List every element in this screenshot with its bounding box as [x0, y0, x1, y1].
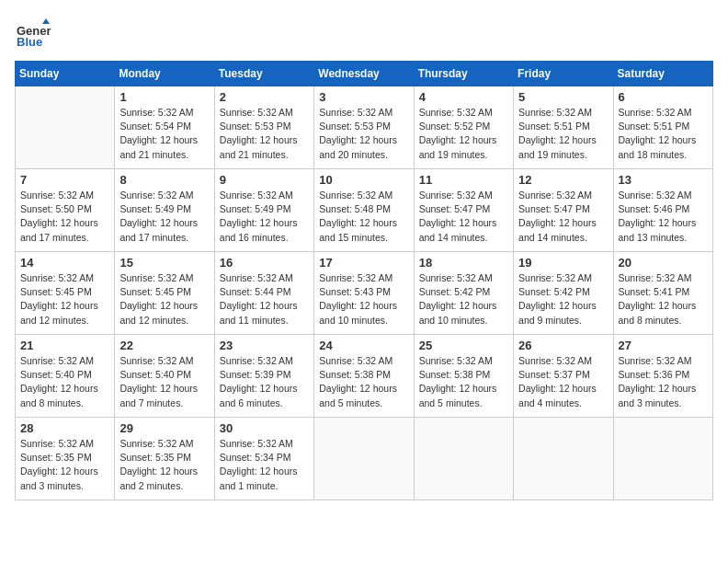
day-info: Sunrise: 5:32 AMSunset: 5:39 PMDaylight:… [220, 354, 309, 410]
calendar-cell [16, 86, 115, 169]
day-info: Sunrise: 5:32 AMSunset: 5:45 PMDaylight:… [20, 271, 109, 327]
day-number: 25 [419, 339, 508, 352]
page-header: General Blue [15, 15, 713, 52]
calendar-cell: 3Sunrise: 5:32 AMSunset: 5:53 PMDaylight… [314, 86, 414, 169]
day-number: 24 [319, 339, 408, 352]
calendar-cell: 15Sunrise: 5:32 AMSunset: 5:45 PMDayligh… [115, 252, 214, 335]
day-header-sunday: Sunday [16, 62, 115, 86]
calendar-cell [414, 418, 513, 500]
day-info: Sunrise: 5:32 AMSunset: 5:43 PMDaylight:… [319, 271, 408, 327]
calendar-cell [613, 418, 712, 500]
day-number: 13 [619, 173, 708, 187]
day-number: 4 [419, 90, 508, 104]
calendar-cell: 19Sunrise: 5:32 AMSunset: 5:42 PMDayligh… [514, 252, 613, 335]
day-info: Sunrise: 5:32 AMSunset: 5:38 PMDaylight:… [319, 354, 408, 410]
day-number: 18 [419, 256, 508, 270]
calendar-cell: 22Sunrise: 5:32 AMSunset: 5:40 PMDayligh… [115, 335, 214, 418]
day-info: Sunrise: 5:32 AMSunset: 5:47 PMDaylight:… [518, 189, 608, 245]
week-row-2: 7Sunrise: 5:32 AMSunset: 5:50 PMDaylight… [16, 169, 713, 252]
day-info: Sunrise: 5:32 AMSunset: 5:52 PMDaylight:… [419, 106, 508, 162]
day-number: 29 [119, 421, 209, 435]
day-number: 16 [220, 256, 309, 270]
calendar-cell [314, 418, 414, 500]
day-number: 8 [119, 173, 209, 187]
day-number: 26 [518, 339, 608, 352]
calendar-cell: 29Sunrise: 5:32 AMSunset: 5:35 PMDayligh… [115, 418, 214, 500]
calendar-cell: 28Sunrise: 5:32 AMSunset: 5:35 PMDayligh… [16, 418, 115, 500]
day-number: 30 [220, 421, 309, 435]
day-header-saturday: Saturday [613, 62, 712, 86]
day-info: Sunrise: 5:32 AMSunset: 5:37 PMDaylight:… [518, 354, 608, 410]
calendar-header-row: SundayMondayTuesdayWednesdayThursdayFrid… [16, 62, 713, 86]
calendar-cell: 9Sunrise: 5:32 AMSunset: 5:49 PMDaylight… [214, 169, 313, 252]
day-info: Sunrise: 5:32 AMSunset: 5:40 PMDaylight:… [20, 354, 109, 410]
day-header-tuesday: Tuesday [214, 62, 313, 86]
calendar-cell: 17Sunrise: 5:32 AMSunset: 5:43 PMDayligh… [314, 252, 414, 335]
day-number: 22 [119, 339, 209, 352]
week-row-1: 1Sunrise: 5:32 AMSunset: 5:54 PMDaylight… [16, 86, 713, 169]
day-number: 9 [220, 173, 309, 187]
day-info: Sunrise: 5:32 AMSunset: 5:46 PMDaylight:… [619, 189, 708, 245]
calendar-cell: 13Sunrise: 5:32 AMSunset: 5:46 PMDayligh… [613, 169, 712, 252]
calendar-cell: 27Sunrise: 5:32 AMSunset: 5:36 PMDayligh… [613, 335, 712, 418]
logo: General Blue [15, 15, 55, 52]
calendar-cell: 16Sunrise: 5:32 AMSunset: 5:44 PMDayligh… [214, 252, 313, 335]
day-info: Sunrise: 5:32 AMSunset: 5:35 PMDaylight:… [20, 437, 109, 493]
day-number: 3 [319, 90, 408, 104]
calendar-cell: 4Sunrise: 5:32 AMSunset: 5:52 PMDaylight… [414, 86, 513, 169]
day-number: 19 [518, 256, 608, 270]
day-number: 11 [419, 173, 508, 187]
day-number: 1 [119, 90, 209, 104]
calendar-cell: 26Sunrise: 5:32 AMSunset: 5:37 PMDayligh… [514, 335, 613, 418]
day-number: 2 [220, 90, 309, 104]
day-number: 21 [20, 339, 109, 352]
calendar-cell: 12Sunrise: 5:32 AMSunset: 5:47 PMDayligh… [514, 169, 613, 252]
logo-icon: General Blue [15, 15, 51, 52]
calendar-cell: 30Sunrise: 5:32 AMSunset: 5:34 PMDayligh… [214, 418, 313, 500]
day-number: 27 [619, 339, 708, 352]
calendar-cell: 18Sunrise: 5:32 AMSunset: 5:42 PMDayligh… [414, 252, 513, 335]
calendar-cell: 20Sunrise: 5:32 AMSunset: 5:41 PMDayligh… [613, 252, 712, 335]
day-number: 14 [20, 256, 109, 270]
week-row-3: 14Sunrise: 5:32 AMSunset: 5:45 PMDayligh… [16, 252, 713, 335]
calendar-table: SundayMondayTuesdayWednesdayThursdayFrid… [15, 61, 713, 500]
day-header-monday: Monday [115, 62, 214, 86]
calendar-cell [514, 418, 613, 500]
day-number: 17 [319, 256, 408, 270]
day-info: Sunrise: 5:32 AMSunset: 5:40 PMDaylight:… [119, 354, 209, 410]
day-info: Sunrise: 5:32 AMSunset: 5:42 PMDaylight:… [419, 271, 508, 327]
week-row-4: 21Sunrise: 5:32 AMSunset: 5:40 PMDayligh… [16, 335, 713, 418]
day-number: 28 [20, 421, 109, 435]
day-header-friday: Friday [514, 62, 613, 86]
calendar-cell: 24Sunrise: 5:32 AMSunset: 5:38 PMDayligh… [314, 335, 414, 418]
day-header-thursday: Thursday [414, 62, 513, 86]
day-info: Sunrise: 5:32 AMSunset: 5:47 PMDaylight:… [419, 189, 508, 245]
day-number: 12 [518, 173, 608, 187]
day-info: Sunrise: 5:32 AMSunset: 5:53 PMDaylight:… [220, 106, 309, 162]
day-info: Sunrise: 5:32 AMSunset: 5:41 PMDaylight:… [619, 271, 708, 327]
calendar-cell: 5Sunrise: 5:32 AMSunset: 5:51 PMDaylight… [514, 86, 613, 169]
calendar-cell: 8Sunrise: 5:32 AMSunset: 5:49 PMDaylight… [115, 169, 214, 252]
week-row-5: 28Sunrise: 5:32 AMSunset: 5:35 PMDayligh… [16, 418, 713, 500]
day-number: 6 [619, 90, 708, 104]
day-info: Sunrise: 5:32 AMSunset: 5:36 PMDaylight:… [619, 354, 708, 410]
day-number: 10 [319, 173, 408, 187]
day-info: Sunrise: 5:32 AMSunset: 5:51 PMDaylight:… [619, 106, 708, 162]
day-number: 5 [518, 90, 608, 104]
day-number: 23 [220, 339, 309, 352]
day-number: 15 [119, 256, 209, 270]
calendar-cell: 6Sunrise: 5:32 AMSunset: 5:51 PMDaylight… [613, 86, 712, 169]
calendar-cell: 7Sunrise: 5:32 AMSunset: 5:50 PMDaylight… [16, 169, 115, 252]
svg-marker-2 [42, 18, 50, 24]
calendar-cell: 10Sunrise: 5:32 AMSunset: 5:48 PMDayligh… [314, 169, 414, 252]
day-info: Sunrise: 5:32 AMSunset: 5:53 PMDaylight:… [319, 106, 408, 162]
day-number: 20 [619, 256, 708, 270]
calendar-cell: 2Sunrise: 5:32 AMSunset: 5:53 PMDaylight… [214, 86, 313, 169]
day-number: 7 [20, 173, 109, 187]
day-info: Sunrise: 5:32 AMSunset: 5:34 PMDaylight:… [220, 437, 309, 493]
day-info: Sunrise: 5:32 AMSunset: 5:42 PMDaylight:… [518, 271, 608, 327]
day-header-wednesday: Wednesday [314, 62, 414, 86]
day-info: Sunrise: 5:32 AMSunset: 5:48 PMDaylight:… [319, 189, 408, 245]
day-info: Sunrise: 5:32 AMSunset: 5:50 PMDaylight:… [20, 189, 109, 245]
svg-text:Blue: Blue [17, 35, 42, 49]
